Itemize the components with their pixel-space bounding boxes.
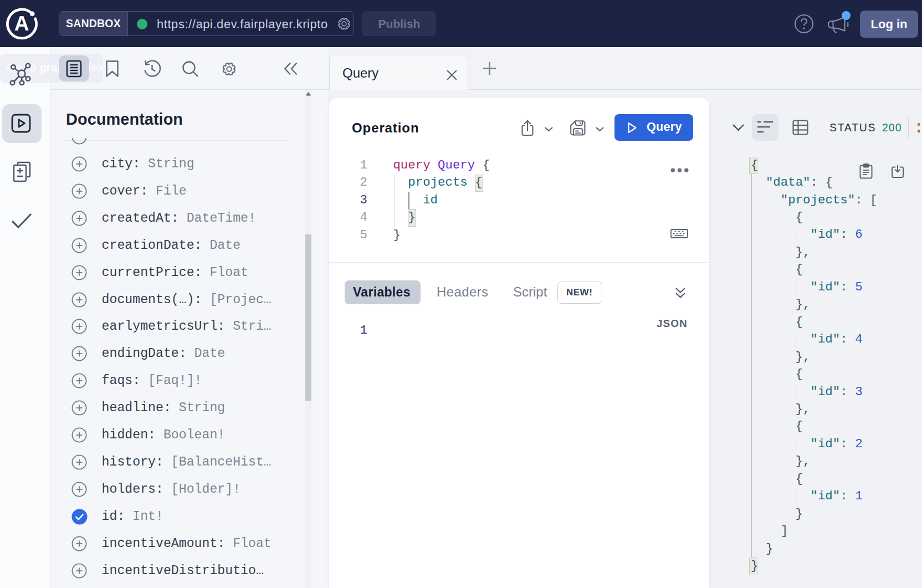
svg-text:A: A xyxy=(14,12,29,35)
